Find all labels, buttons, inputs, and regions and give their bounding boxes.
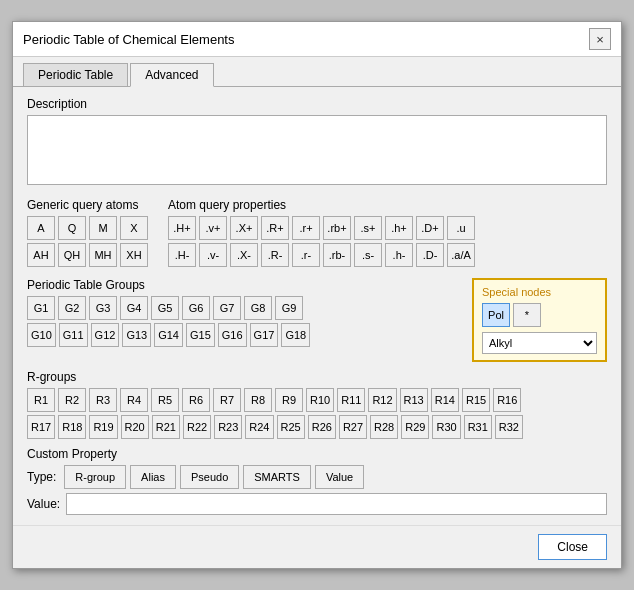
- R22[interactable]: R22: [183, 415, 211, 439]
- type-pseudo[interactable]: Pseudo: [180, 465, 239, 489]
- atom-btn-AH[interactable]: AH: [27, 243, 55, 267]
- R7[interactable]: R7: [213, 388, 241, 412]
- window-close-button[interactable]: ×: [589, 28, 611, 50]
- aqp-v+[interactable]: .v+: [199, 216, 227, 240]
- aqp-h-[interactable]: .h-: [385, 243, 413, 267]
- G11[interactable]: G11: [59, 323, 88, 347]
- G14[interactable]: G14: [154, 323, 183, 347]
- G5[interactable]: G5: [151, 296, 179, 320]
- R28[interactable]: R28: [370, 415, 398, 439]
- special-btn-pol[interactable]: Pol: [482, 303, 510, 327]
- R25[interactable]: R25: [277, 415, 305, 439]
- G8[interactable]: G8: [244, 296, 272, 320]
- atom-btn-X[interactable]: X: [120, 216, 148, 240]
- R32[interactable]: R32: [495, 415, 523, 439]
- R6[interactable]: R6: [182, 388, 210, 412]
- tab-advanced[interactable]: Advanced: [130, 63, 213, 87]
- R30[interactable]: R30: [432, 415, 460, 439]
- atom-btn-A[interactable]: A: [27, 216, 55, 240]
- G10[interactable]: G10: [27, 323, 56, 347]
- aqp-h+[interactable]: .h+: [385, 216, 413, 240]
- G13[interactable]: G13: [122, 323, 151, 347]
- R16[interactable]: R16: [493, 388, 521, 412]
- special-nodes-label: Special nodes: [482, 286, 597, 298]
- R8[interactable]: R8: [244, 388, 272, 412]
- aqp-R-[interactable]: .R-: [261, 243, 289, 267]
- aqp-X-[interactable]: .X-: [230, 243, 258, 267]
- aqp-D-[interactable]: .D-: [416, 243, 444, 267]
- G16[interactable]: G16: [218, 323, 247, 347]
- G3[interactable]: G3: [89, 296, 117, 320]
- tab-periodic-table[interactable]: Periodic Table: [23, 63, 128, 86]
- atom-btn-XH[interactable]: XH: [120, 243, 148, 267]
- R15[interactable]: R15: [462, 388, 490, 412]
- G12[interactable]: G12: [91, 323, 120, 347]
- value-label: Value:: [27, 497, 60, 511]
- G2[interactable]: G2: [58, 296, 86, 320]
- R11[interactable]: R11: [337, 388, 365, 412]
- R29[interactable]: R29: [401, 415, 429, 439]
- atom-btn-M[interactable]: M: [89, 216, 117, 240]
- aqp-R+[interactable]: .R+: [261, 216, 289, 240]
- R24[interactable]: R24: [245, 415, 273, 439]
- aqp-rb+[interactable]: .rb+: [323, 216, 351, 240]
- R2[interactable]: R2: [58, 388, 86, 412]
- aqp-X+[interactable]: .X+: [230, 216, 258, 240]
- G15[interactable]: G15: [186, 323, 215, 347]
- aqp-r+[interactable]: .r+: [292, 216, 320, 240]
- R19[interactable]: R19: [89, 415, 117, 439]
- R20[interactable]: R20: [121, 415, 149, 439]
- groups-row-2: G10 G11 G12 G13 G14 G15 G16 G17 G18: [27, 323, 462, 347]
- G7[interactable]: G7: [213, 296, 241, 320]
- atom-btn-Q[interactable]: Q: [58, 216, 86, 240]
- aqp-r-[interactable]: .r-: [292, 243, 320, 267]
- R4[interactable]: R4: [120, 388, 148, 412]
- aqp-u[interactable]: .u: [447, 216, 475, 240]
- atom-btn-QH[interactable]: QH: [58, 243, 86, 267]
- aqp-s+[interactable]: .s+: [354, 216, 382, 240]
- aqp-s-[interactable]: .s-: [354, 243, 382, 267]
- R3[interactable]: R3: [89, 388, 117, 412]
- type-smarts[interactable]: SMARTS: [243, 465, 311, 489]
- G17[interactable]: G17: [250, 323, 279, 347]
- aqp-v-[interactable]: .v-: [199, 243, 227, 267]
- type-rgroup[interactable]: R-group: [64, 465, 126, 489]
- R14[interactable]: R14: [431, 388, 459, 412]
- G18[interactable]: G18: [281, 323, 310, 347]
- G4[interactable]: G4: [120, 296, 148, 320]
- aqp-H+[interactable]: .H+: [168, 216, 196, 240]
- atom-btn-MH[interactable]: MH: [89, 243, 117, 267]
- R27[interactable]: R27: [339, 415, 367, 439]
- R23[interactable]: R23: [214, 415, 242, 439]
- footer: Close: [13, 525, 621, 568]
- R5[interactable]: R5: [151, 388, 179, 412]
- R12[interactable]: R12: [368, 388, 396, 412]
- type-value[interactable]: Value: [315, 465, 364, 489]
- R18[interactable]: R18: [58, 415, 86, 439]
- R13[interactable]: R13: [400, 388, 428, 412]
- type-alias[interactable]: Alias: [130, 465, 176, 489]
- special-nodes-dropdown[interactable]: Alkyl Alkenyl Alkynyl Aryl Heteroaryl: [482, 332, 597, 354]
- aqp-aA[interactable]: .a/A: [447, 243, 475, 267]
- dialog-title: Periodic Table of Chemical Elements: [23, 32, 234, 47]
- close-dialog-button[interactable]: Close: [538, 534, 607, 560]
- value-input[interactable]: [66, 493, 607, 515]
- atom-query-row-2: .H- .v- .X- .R- .r- .rb- .s- .h- .D- .a/…: [168, 243, 607, 267]
- R9[interactable]: R9: [275, 388, 303, 412]
- aqp-H-[interactable]: .H-: [168, 243, 196, 267]
- description-input[interactable]: [27, 115, 607, 185]
- special-btn-star[interactable]: *: [513, 303, 541, 327]
- R31[interactable]: R31: [464, 415, 492, 439]
- G9[interactable]: G9: [275, 296, 303, 320]
- R10[interactable]: R10: [306, 388, 334, 412]
- content-area: Description Generic query atoms A Q M X …: [13, 87, 621, 525]
- R17[interactable]: R17: [27, 415, 55, 439]
- G6[interactable]: G6: [182, 296, 210, 320]
- R21[interactable]: R21: [152, 415, 180, 439]
- generic-query-atoms: Generic query atoms A Q M X AH QH MH XH: [27, 198, 148, 270]
- aqp-D+[interactable]: .D+: [416, 216, 444, 240]
- R26[interactable]: R26: [308, 415, 336, 439]
- aqp-rb-[interactable]: .rb-: [323, 243, 351, 267]
- G1[interactable]: G1: [27, 296, 55, 320]
- R1[interactable]: R1: [27, 388, 55, 412]
